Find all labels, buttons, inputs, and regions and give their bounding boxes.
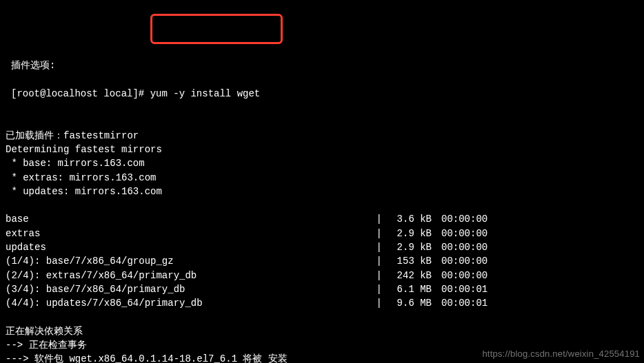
repo-size: 9.6 MB bbox=[385, 296, 432, 310]
repo-size: 3.6 kB bbox=[385, 212, 432, 226]
repo-time: 00:00:01 bbox=[432, 296, 494, 310]
output-line: Determining fastest mirrors bbox=[6, 143, 638, 156]
repo-name: updates bbox=[6, 240, 46, 254]
repo-time: 00:00:00 bbox=[432, 269, 494, 282]
repo-name: base bbox=[6, 212, 29, 226]
separator-pipe: | bbox=[376, 254, 385, 268]
repo-time: 00:00:00 bbox=[432, 227, 494, 240]
repo-name: extras bbox=[6, 227, 40, 240]
repo-progress-row: (4/4): updates/7/x86_64/primary_db|9.6 M… bbox=[6, 296, 638, 310]
repo-name: (2/4): extras/7/x86_64/primary_db bbox=[6, 269, 197, 282]
repo-size: 242 kB bbox=[385, 269, 432, 282]
repo-progress-row: (2/4): extras/7/x86_64/primary_db|242 kB… bbox=[6, 269, 638, 282]
repo-size: 6.1 MB bbox=[385, 282, 432, 296]
separator-pipe: | bbox=[376, 227, 385, 240]
separator-pipe: | bbox=[376, 240, 385, 254]
separator-pipe: | bbox=[376, 296, 385, 310]
separator-pipe: | bbox=[376, 212, 385, 226]
repo-progress-row: updates|2.9 kB00:00:00 bbox=[6, 240, 638, 254]
repo-name: (1/4): base/7/x86_64/group_gz bbox=[6, 254, 174, 268]
output-line: 正在解决依赖关系 bbox=[6, 324, 638, 338]
repo-time: 00:00:00 bbox=[432, 240, 494, 254]
repo-progress-row: extras|2.9 kB00:00:00 bbox=[6, 227, 638, 240]
typed-command: yum -y install wget bbox=[150, 88, 261, 99]
output-line: * updates: mirrors.163.com bbox=[6, 185, 638, 198]
plugin-options-label: 插件选项: bbox=[6, 59, 638, 72]
separator-pipe: | bbox=[376, 282, 385, 296]
repo-progress-row: (3/4): base/7/x86_64/primary_db|6.1 MB00… bbox=[6, 282, 638, 296]
output-line: * base: mirrors.163.com bbox=[6, 156, 638, 170]
repo-size: 2.9 kB bbox=[385, 240, 432, 254]
watermark-text: https://blog.csdn.net/weixin_42554191 bbox=[482, 348, 640, 361]
repo-progress-row: (1/4): base/7/x86_64/group_gz|153 kB00:0… bbox=[6, 254, 638, 268]
shell-prompt-line[interactable]: [root@localhost local]# yum -y install w… bbox=[6, 87, 638, 101]
repo-name: (3/4): base/7/x86_64/primary_db bbox=[6, 282, 185, 296]
repo-time: 00:00:00 bbox=[432, 254, 494, 268]
repo-time: 00:00:00 bbox=[432, 212, 494, 226]
output-line: * extras: mirrors.163.com bbox=[6, 171, 638, 185]
shell-prompt: [root@localhost local]# bbox=[11, 88, 150, 99]
command-highlight-annotation bbox=[150, 14, 283, 44]
repo-time: 00:00:01 bbox=[432, 282, 494, 296]
output-line: 已加载插件：fastestmirror bbox=[6, 129, 638, 143]
repo-progress-row: base|3.6 kB00:00:00 bbox=[6, 212, 638, 226]
repo-name: (4/4): updates/7/x86_64/primary_db bbox=[6, 296, 203, 310]
separator-pipe: | bbox=[376, 269, 385, 282]
repo-size: 2.9 kB bbox=[385, 227, 432, 240]
repo-size: 153 kB bbox=[385, 254, 432, 268]
